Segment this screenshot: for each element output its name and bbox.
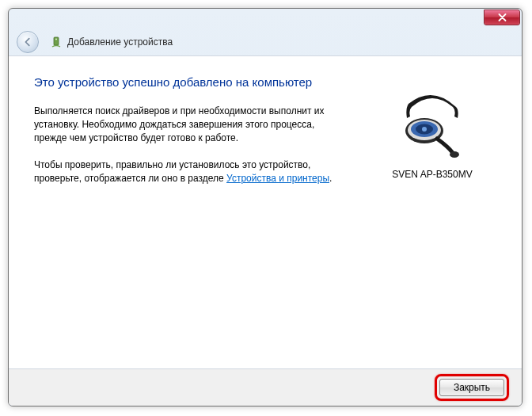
- device-image: [393, 90, 472, 161]
- titlebar: [9, 9, 522, 29]
- page-heading: Это устройство успешно добавлено на комп…: [34, 75, 349, 89]
- content-left: Это устройство успешно добавлено на комп…: [34, 71, 349, 361]
- close-icon: [498, 13, 507, 21]
- footer-bar: Закрыть: [9, 369, 522, 406]
- wizard-window: Добавление устройства Это устройство усп…: [8, 8, 522, 406]
- add-device-icon: [50, 36, 63, 48]
- wizard-title: Добавление устройства: [67, 36, 173, 48]
- svg-point-6: [422, 127, 427, 132]
- back-arrow-icon: [22, 36, 33, 48]
- svg-point-7: [450, 151, 459, 158]
- devices-and-printers-link[interactable]: Устройства и принтеры: [226, 173, 329, 184]
- header-bar: Добавление устройства: [9, 29, 522, 55]
- para2-post: .: [329, 173, 332, 184]
- close-wizard-button[interactable]: Закрыть: [439, 379, 504, 396]
- content-area: Это устройство успешно добавлено на комп…: [9, 55, 522, 369]
- back-button[interactable]: [17, 31, 39, 53]
- info-paragraph-2: Чтобы проверить, правильно ли установило…: [34, 158, 349, 185]
- bluetooth-headset-icon: [393, 90, 472, 161]
- close-button-highlight: Закрыть: [435, 374, 509, 401]
- close-button[interactable]: [484, 10, 520, 25]
- content-right: SVEN AP-B350MV: [365, 71, 500, 361]
- info-paragraph-1: Выполняется поиск драйверов и при необхо…: [34, 105, 349, 144]
- device-name-label: SVEN AP-B350MV: [365, 169, 500, 180]
- svg-point-1: [55, 39, 57, 40]
